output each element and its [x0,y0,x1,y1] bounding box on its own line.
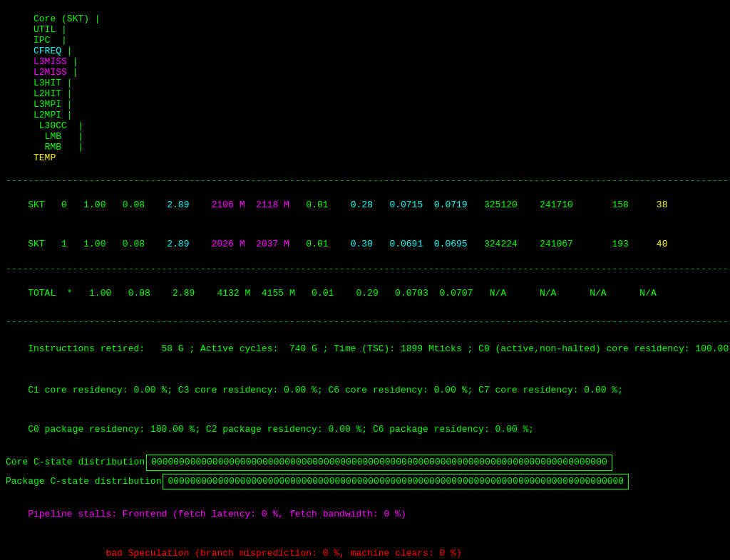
skt-1-row: SKT 1 1.00 0.08 2.89 2026 M 2037 M 0.01 … [6,225,724,264]
instructions-row: Instructions retired: 58 G ; Active cycl… [6,330,724,369]
core-cstate-row: Core C-state distribution 00000000000000… [6,455,724,470]
divider-2: ----------------------------------------… [6,264,724,274]
total-row: TOTAL * 1.00 0.08 2.89 4132 M 4155 M 0.0… [6,274,724,313]
divider-3: ----------------------------------------… [6,316,724,327]
residency-line1: C1 core residency: 0.00 %; C3 core resid… [6,371,724,410]
header-row: Core (SKT) | UTIL | IPC | CFREQ | L3MISS… [6,3,724,174]
pipeline-bad-speculation: bad Speculation (branch misprediction: 0… [6,534,724,560]
terminal-output: Core (SKT) | UTIL | IPC | CFREQ | L3MISS… [6,3,724,560]
divider-1: ----------------------------------------… [6,175,724,186]
package-cstate-box: 0000000000000000000000000000000000000000… [163,474,629,489]
residency-line2: C0 package residency: 100.00 %; C2 packa… [6,410,724,450]
core-cstate-box: 0000000000000000000000000000000000000000… [146,455,612,470]
pipeline-frontend: Pipeline stalls: Frontend (fetch latency… [6,495,724,534]
package-cstate-row: Package C-state distribution 00000000000… [6,474,724,489]
skt-0-row: SKT 0 1.00 0.08 2.89 2106 M 2118 M 0.01 … [6,186,724,225]
